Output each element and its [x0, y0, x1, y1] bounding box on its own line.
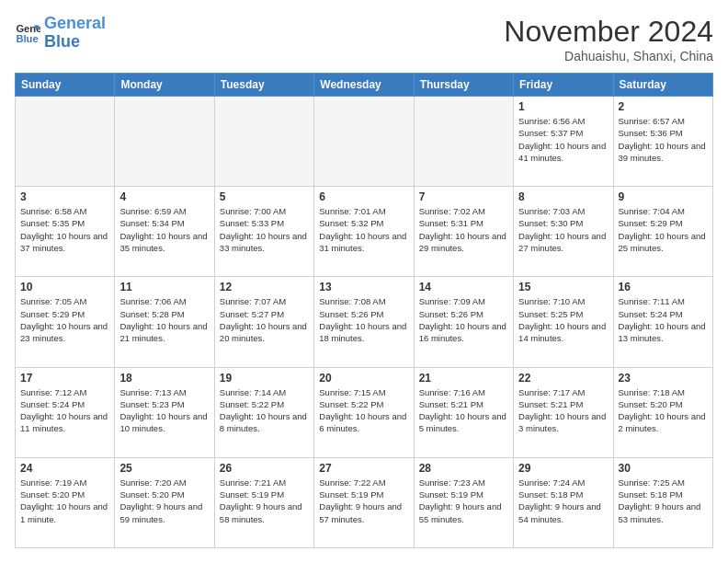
day-info: Sunrise: 7:16 AM Sunset: 5:21 PM Dayligh…: [419, 386, 508, 435]
day-info: Sunrise: 7:01 AM Sunset: 5:32 PM Dayligh…: [319, 205, 408, 254]
calendar-cell: 29Sunrise: 7:24 AM Sunset: 5:18 PM Dayli…: [514, 457, 613, 547]
day-header-monday: Monday: [115, 74, 214, 97]
day-number: 14: [419, 281, 508, 293]
day-info: Sunrise: 7:09 AM Sunset: 5:26 PM Dayligh…: [419, 295, 508, 344]
day-header-sunday: Sunday: [16, 74, 115, 97]
calendar-cell: 16Sunrise: 7:11 AM Sunset: 5:24 PM Dayli…: [613, 277, 712, 367]
calendar-cell: 8Sunrise: 7:03 AM Sunset: 5:30 PM Daylig…: [514, 187, 613, 277]
day-number: 7: [419, 190, 508, 203]
day-info: Sunrise: 6:58 AM Sunset: 5:35 PM Dayligh…: [20, 205, 109, 254]
day-number: 21: [419, 372, 508, 385]
day-info: Sunrise: 7:03 AM Sunset: 5:30 PM Dayligh…: [518, 205, 608, 254]
calendar-cell: 27Sunrise: 7:22 AM Sunset: 5:19 PM Dayli…: [314, 457, 414, 547]
calendar-cell: 20Sunrise: 7:15 AM Sunset: 5:22 PM Dayli…: [314, 367, 414, 457]
calendar-cell: 10Sunrise: 7:05 AM Sunset: 5:29 PM Dayli…: [16, 277, 115, 367]
week-row-2: 3Sunrise: 6:58 AM Sunset: 5:35 PM Daylig…: [16, 187, 713, 277]
logo-icon: General Blue: [15, 20, 40, 46]
calendar-cell: 21Sunrise: 7:16 AM Sunset: 5:21 PM Dayli…: [414, 367, 513, 457]
day-number: 22: [518, 372, 608, 385]
calendar-cell: 1Sunrise: 6:56 AM Sunset: 5:37 PM Daylig…: [514, 97, 613, 187]
day-number: 8: [518, 190, 608, 203]
calendar-cell: [214, 97, 313, 187]
day-info: Sunrise: 7:04 AM Sunset: 5:29 PM Dayligh…: [619, 205, 708, 254]
day-info: Sunrise: 7:18 AM Sunset: 5:20 PM Dayligh…: [619, 386, 708, 435]
day-number: 25: [119, 462, 209, 475]
day-number: 29: [518, 462, 608, 475]
calendar-cell: [115, 97, 214, 187]
day-info: Sunrise: 7:00 AM Sunset: 5:33 PM Dayligh…: [220, 205, 309, 254]
day-info: Sunrise: 7:21 AM Sunset: 5:19 PM Dayligh…: [220, 477, 309, 525]
calendar-cell: 30Sunrise: 7:25 AM Sunset: 5:18 PM Dayli…: [613, 457, 712, 547]
day-info: Sunrise: 7:12 AM Sunset: 5:24 PM Dayligh…: [20, 386, 109, 435]
header-row: SundayMondayTuesdayWednesdayThursdayFrid…: [16, 74, 713, 97]
day-info: Sunrise: 7:20 AM Sunset: 5:20 PM Dayligh…: [119, 477, 209, 525]
calendar-cell: 11Sunrise: 7:06 AM Sunset: 5:28 PM Dayli…: [115, 277, 214, 367]
calendar-cell: 17Sunrise: 7:12 AM Sunset: 5:24 PM Dayli…: [16, 367, 115, 457]
calendar-cell: 3Sunrise: 6:58 AM Sunset: 5:35 PM Daylig…: [16, 187, 115, 277]
day-info: Sunrise: 7:13 AM Sunset: 5:23 PM Dayligh…: [119, 386, 209, 435]
day-number: 10: [20, 281, 109, 293]
day-number: 20: [319, 372, 408, 385]
calendar-cell: 22Sunrise: 7:17 AM Sunset: 5:21 PM Dayli…: [514, 367, 613, 457]
calendar-cell: 23Sunrise: 7:18 AM Sunset: 5:20 PM Dayli…: [613, 367, 712, 457]
day-number: 5: [220, 190, 309, 203]
calendar-cell: 25Sunrise: 7:20 AM Sunset: 5:20 PM Dayli…: [115, 457, 214, 547]
day-info: Sunrise: 7:10 AM Sunset: 5:25 PM Dayligh…: [518, 295, 608, 344]
calendar-cell: [314, 97, 414, 187]
calendar-cell: 13Sunrise: 7:08 AM Sunset: 5:26 PM Dayli…: [314, 277, 414, 367]
week-row-3: 10Sunrise: 7:05 AM Sunset: 5:29 PM Dayli…: [16, 277, 713, 367]
day-number: 18: [119, 372, 209, 385]
day-number: 13: [319, 281, 408, 293]
day-number: 24: [20, 462, 109, 475]
page: General Blue General Blue November 2024 …: [0, 0, 728, 563]
logo-line2: Blue: [44, 32, 80, 51]
calendar-cell: 4Sunrise: 6:59 AM Sunset: 5:34 PM Daylig…: [115, 187, 214, 277]
day-number: 16: [619, 281, 708, 293]
calendar-cell: 7Sunrise: 7:02 AM Sunset: 5:31 PM Daylig…: [414, 187, 513, 277]
logo-line1: General: [44, 14, 106, 32]
location: Dahuaishu, Shanxi, China: [504, 49, 713, 63]
day-number: 27: [319, 462, 408, 475]
calendar-cell: 28Sunrise: 7:23 AM Sunset: 5:19 PM Dayli…: [414, 457, 513, 547]
day-info: Sunrise: 7:19 AM Sunset: 5:20 PM Dayligh…: [20, 477, 109, 525]
day-number: 3: [20, 190, 109, 203]
day-info: Sunrise: 6:59 AM Sunset: 5:34 PM Dayligh…: [119, 205, 209, 254]
day-info: Sunrise: 6:57 AM Sunset: 5:36 PM Dayligh…: [619, 115, 708, 164]
day-info: Sunrise: 7:25 AM Sunset: 5:18 PM Dayligh…: [619, 477, 708, 525]
day-info: Sunrise: 7:14 AM Sunset: 5:22 PM Dayligh…: [220, 386, 309, 435]
day-info: Sunrise: 7:02 AM Sunset: 5:31 PM Dayligh…: [419, 205, 508, 254]
week-row-4: 17Sunrise: 7:12 AM Sunset: 5:24 PM Dayli…: [16, 367, 713, 457]
calendar-cell: 14Sunrise: 7:09 AM Sunset: 5:26 PM Dayli…: [414, 277, 513, 367]
calendar-cell: 26Sunrise: 7:21 AM Sunset: 5:19 PM Dayli…: [214, 457, 313, 547]
day-number: 11: [119, 281, 209, 293]
day-header-tuesday: Tuesday: [214, 74, 313, 97]
day-number: 4: [119, 190, 209, 203]
day-number: 28: [419, 462, 508, 475]
logo: General Blue General Blue: [15, 15, 106, 52]
calendar-cell: 24Sunrise: 7:19 AM Sunset: 5:20 PM Dayli…: [16, 457, 115, 547]
day-number: 6: [319, 190, 408, 203]
day-number: 19: [220, 372, 309, 385]
day-info: Sunrise: 7:07 AM Sunset: 5:27 PM Dayligh…: [220, 295, 309, 344]
day-info: Sunrise: 7:15 AM Sunset: 5:22 PM Dayligh…: [319, 386, 408, 435]
day-info: Sunrise: 6:56 AM Sunset: 5:37 PM Dayligh…: [518, 115, 608, 164]
calendar-cell: 6Sunrise: 7:01 AM Sunset: 5:32 PM Daylig…: [314, 187, 414, 277]
day-info: Sunrise: 7:05 AM Sunset: 5:29 PM Dayligh…: [20, 295, 109, 344]
logo-text: General Blue: [44, 15, 106, 52]
calendar-cell: [16, 97, 115, 187]
calendar-cell: 9Sunrise: 7:04 AM Sunset: 5:29 PM Daylig…: [613, 187, 712, 277]
title-block: November 2024 Dahuaishu, Shanxi, China: [504, 15, 713, 63]
day-number: 12: [220, 281, 309, 293]
day-header-saturday: Saturday: [613, 74, 712, 97]
day-number: 30: [619, 462, 708, 475]
day-info: Sunrise: 7:08 AM Sunset: 5:26 PM Dayligh…: [319, 295, 408, 344]
calendar-cell: 12Sunrise: 7:07 AM Sunset: 5:27 PM Dayli…: [214, 277, 313, 367]
day-info: Sunrise: 7:22 AM Sunset: 5:19 PM Dayligh…: [319, 477, 408, 525]
day-header-friday: Friday: [514, 74, 613, 97]
calendar-cell: 5Sunrise: 7:00 AM Sunset: 5:33 PM Daylig…: [214, 187, 313, 277]
calendar-table: SundayMondayTuesdayWednesdayThursdayFrid…: [15, 73, 713, 548]
day-info: Sunrise: 7:06 AM Sunset: 5:28 PM Dayligh…: [119, 295, 209, 344]
day-info: Sunrise: 7:23 AM Sunset: 5:19 PM Dayligh…: [419, 477, 508, 525]
week-row-1: 1Sunrise: 6:56 AM Sunset: 5:37 PM Daylig…: [16, 97, 713, 187]
day-number: 9: [619, 190, 708, 203]
